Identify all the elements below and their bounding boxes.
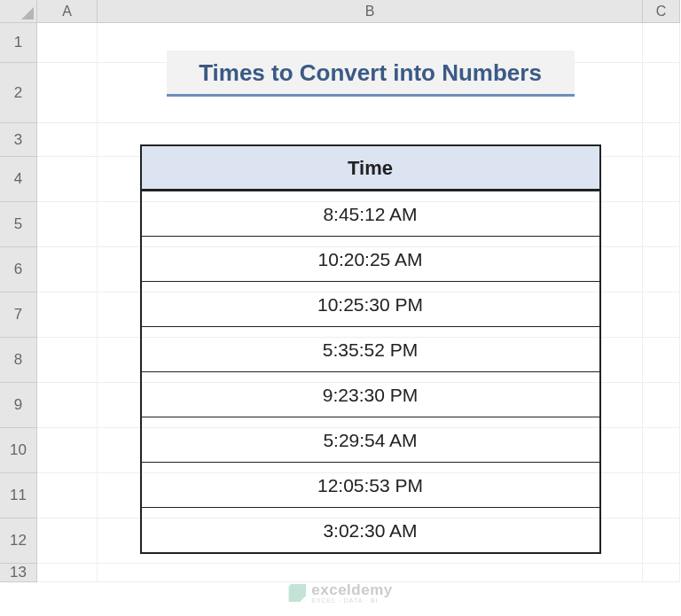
table-row[interactable]: 3:02:30 AM [142,507,599,552]
row-header-4[interactable]: 4 [0,157,37,202]
row-header-7[interactable]: 7 [0,292,37,338]
row-header-2[interactable]: 2 [0,63,37,123]
row-header-8[interactable]: 8 [0,338,37,383]
cell[interactable] [643,519,680,564]
col-header-A[interactable]: A [37,0,98,23]
row-header-5[interactable]: 5 [0,202,37,247]
cell[interactable] [643,23,680,63]
table-row[interactable]: 5:35:52 PM [142,326,599,371]
brand-tagline: EXCEL · DATA · BI [311,597,392,604]
brand-icon [288,584,306,602]
cell[interactable] [37,123,98,157]
row-header-1[interactable]: 1 [0,23,37,63]
row-header-12[interactable]: 12 [0,519,37,564]
cell[interactable] [643,247,680,292]
cell[interactable] [37,383,98,428]
cell[interactable] [37,202,98,247]
cell[interactable] [643,157,680,202]
cell[interactable] [643,564,680,582]
brand-name: exceldemy [311,582,392,597]
table-row[interactable]: 9:23:30 PM [142,371,599,417]
table-row[interactable]: 12:05:53 PM [142,462,599,507]
row-header-6[interactable]: 6 [0,247,37,292]
watermark: exceldemy EXCEL · DATA · BI [288,582,392,604]
cell[interactable] [37,247,98,292]
select-all-corner[interactable] [0,0,37,23]
cell[interactable] [37,519,98,564]
table-header-time: Time [142,146,599,191]
cell[interactable] [37,157,98,202]
content-overlay: Times to Convert into Numbers Time 8:45:… [98,23,643,554]
table-row[interactable]: 8:45:12 AM [142,191,599,236]
cell[interactable] [643,63,680,123]
page-title: Times to Convert into Numbers [167,51,575,97]
cell[interactable] [37,292,98,338]
row-header-10[interactable]: 10 [0,428,37,473]
cell[interactable] [643,473,680,519]
row-header-9[interactable]: 9 [0,383,37,428]
table-row[interactable]: 10:20:25 AM [142,236,599,281]
cell[interactable] [643,383,680,428]
col-header-B[interactable]: B [98,0,643,23]
cell[interactable] [643,292,680,338]
row-header-3[interactable]: 3 [0,123,37,157]
cell[interactable] [37,23,98,63]
cell[interactable] [37,564,98,582]
cell[interactable] [37,428,98,473]
cell[interactable] [643,428,680,473]
cell[interactable] [98,564,643,582]
cell[interactable] [37,473,98,519]
row-header-11[interactable]: 11 [0,473,37,519]
row-header-13[interactable]: 13 [0,564,37,582]
table-row[interactable]: 5:29:54 AM [142,417,599,462]
table-row[interactable]: 10:25:30 PM [142,281,599,326]
cell[interactable] [643,123,680,157]
col-header-C[interactable]: C [643,0,680,23]
cell[interactable] [37,63,98,123]
time-table: Time 8:45:12 AM 10:20:25 AM 10:25:30 PM … [140,144,601,554]
cell[interactable] [643,202,680,247]
cell[interactable] [37,338,98,383]
cell[interactable] [643,338,680,383]
